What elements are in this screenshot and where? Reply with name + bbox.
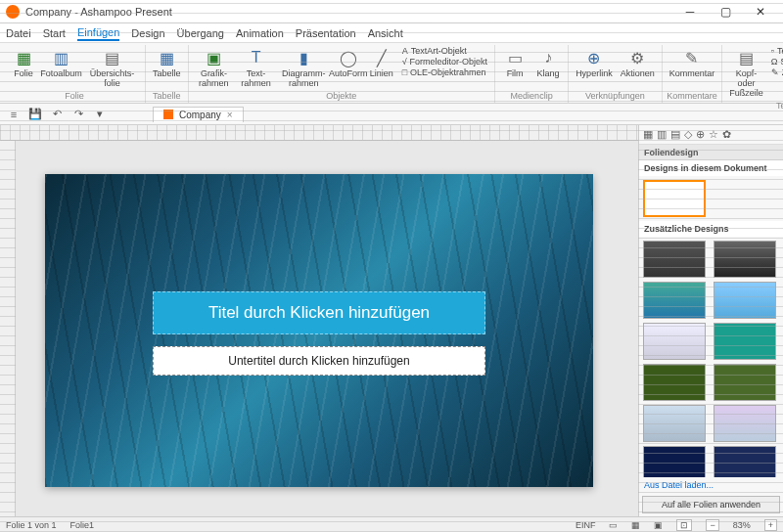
vertical-ruler	[0, 141, 16, 516]
slide-canvas[interactable]: Titel durch Klicken hinzufügen Untertite…	[16, 141, 638, 516]
slide[interactable]: Titel durch Klicken hinzufügen Untertite…	[45, 174, 593, 487]
workarea: Titel durch Klicken hinzufügen Untertite…	[0, 125, 783, 516]
title-placeholder[interactable]: Titel durch Klicken hinzufügen	[153, 291, 485, 334]
subtitle-placeholder[interactable]: Untertitel durch Klicken hinzufügen	[153, 346, 485, 376]
